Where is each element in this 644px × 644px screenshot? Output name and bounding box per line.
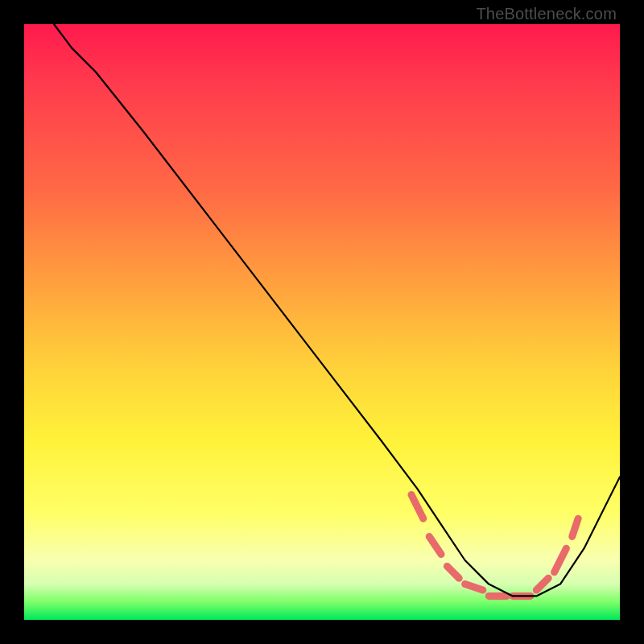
highlight-dash [429,536,441,554]
highlight-dash [555,548,567,572]
highlight-dashes [411,495,578,597]
highlight-dash [447,566,459,578]
main-curve [54,24,620,596]
highlight-dash [536,578,548,590]
highlight-dash [465,584,483,590]
chart-frame: TheBottleneck.com [0,0,644,644]
highlight-dash [411,495,423,519]
chart-overlay [24,24,620,620]
highlight-dash [572,518,578,536]
watermark-text: TheBottleneck.com [476,5,617,23]
